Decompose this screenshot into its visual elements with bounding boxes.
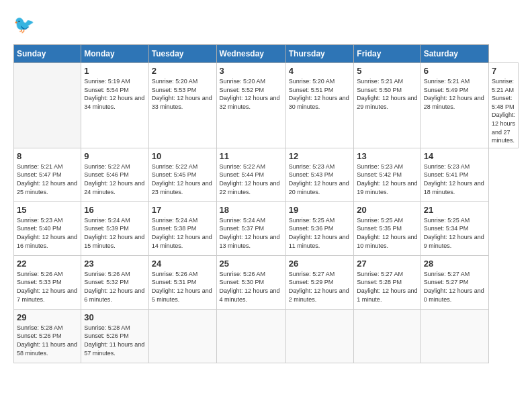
weekday-header-monday: Monday bbox=[81, 45, 149, 63]
day-info: Sunrise: 5:22 AMSunset: 5:45 PMDaylight:… bbox=[152, 163, 214, 196]
weekday-header-friday: Friday bbox=[354, 45, 420, 63]
day-number: 26 bbox=[289, 259, 351, 269]
day-number: 11 bbox=[220, 151, 283, 161]
calendar-cell: 12Sunrise: 5:23 AMSunset: 5:43 PMDayligh… bbox=[285, 148, 354, 201]
calendar-week-0: 1Sunrise: 5:19 AMSunset: 5:54 PMDaylight… bbox=[14, 63, 519, 148]
calendar-cell: 1Sunrise: 5:19 AMSunset: 5:54 PMDaylight… bbox=[81, 63, 149, 148]
weekday-header-saturday: Saturday bbox=[420, 45, 488, 63]
calendar-cell: 23Sunrise: 5:26 AMSunset: 5:32 PMDayligh… bbox=[81, 255, 149, 309]
calendar-week-3: 22Sunrise: 5:26 AMSunset: 5:33 PMDayligh… bbox=[14, 255, 519, 309]
calendar-cell: 11Sunrise: 5:22 AMSunset: 5:44 PMDayligh… bbox=[216, 148, 285, 201]
day-info: Sunrise: 5:23 AMSunset: 5:42 PMDaylight:… bbox=[357, 163, 417, 196]
calendar-cell: 5Sunrise: 5:21 AMSunset: 5:50 PMDaylight… bbox=[354, 63, 420, 148]
day-number: 22 bbox=[17, 259, 78, 269]
calendar-week-1: 8Sunrise: 5:21 AMSunset: 5:47 PMDaylight… bbox=[14, 148, 519, 201]
calendar-cell: 17Sunrise: 5:24 AMSunset: 5:38 PMDayligh… bbox=[148, 201, 216, 255]
day-info: Sunrise: 5:26 AMSunset: 5:31 PMDaylight:… bbox=[152, 270, 214, 304]
day-info: Sunrise: 5:26 AMSunset: 5:33 PMDaylight:… bbox=[17, 270, 78, 304]
calendar-cell: 4Sunrise: 5:20 AMSunset: 5:51 PMDaylight… bbox=[285, 63, 354, 148]
calendar-cell: 24Sunrise: 5:26 AMSunset: 5:31 PMDayligh… bbox=[148, 255, 216, 309]
weekday-row: SundayMondayTuesdayWednesdayThursdayFrid… bbox=[14, 45, 519, 63]
day-info: Sunrise: 5:24 AMSunset: 5:39 PMDaylight:… bbox=[84, 216, 146, 250]
day-info: Sunrise: 5:20 AMSunset: 5:53 PMDaylight:… bbox=[152, 77, 214, 111]
day-info: Sunrise: 5:20 AMSunset: 5:51 PMDaylight:… bbox=[289, 77, 351, 111]
calendar-cell: 13Sunrise: 5:23 AMSunset: 5:42 PMDayligh… bbox=[354, 148, 420, 201]
day-number: 6 bbox=[424, 66, 486, 76]
weekday-header-sunday: Sunday bbox=[14, 45, 81, 63]
day-info: Sunrise: 5:25 AMSunset: 5:34 PMDaylight:… bbox=[424, 216, 486, 250]
calendar-header: SundayMondayTuesdayWednesdayThursdayFrid… bbox=[14, 45, 519, 63]
weekday-header-tuesday: Tuesday bbox=[148, 45, 216, 63]
calendar-cell: 9Sunrise: 5:22 AMSunset: 5:46 PMDaylight… bbox=[81, 148, 149, 201]
calendar-cell bbox=[420, 309, 488, 363]
calendar-cell: 29Sunrise: 5:28 AMSunset: 5:26 PMDayligh… bbox=[14, 309, 81, 363]
day-number: 3 bbox=[220, 66, 283, 76]
calendar-cell: 8Sunrise: 5:21 AMSunset: 5:47 PMDaylight… bbox=[14, 148, 81, 201]
day-number: 20 bbox=[357, 205, 417, 215]
calendar-body: 1Sunrise: 5:19 AMSunset: 5:54 PMDaylight… bbox=[14, 63, 519, 363]
day-number: 13 bbox=[357, 151, 417, 161]
calendar-cell: 21Sunrise: 5:25 AMSunset: 5:34 PMDayligh… bbox=[420, 201, 488, 255]
weekday-header-wednesday: Wednesday bbox=[216, 45, 285, 63]
day-number: 9 bbox=[84, 151, 146, 161]
day-info: Sunrise: 5:22 AMSunset: 5:46 PMDaylight:… bbox=[84, 163, 146, 196]
day-number: 21 bbox=[424, 205, 486, 215]
calendar-cell bbox=[285, 309, 354, 363]
day-info: Sunrise: 5:21 AMSunset: 5:48 PMDaylight:… bbox=[492, 77, 515, 145]
day-info: Sunrise: 5:24 AMSunset: 5:37 PMDaylight:… bbox=[220, 216, 283, 250]
calendar-cell: 30Sunrise: 5:28 AMSunset: 5:26 PMDayligh… bbox=[81, 309, 149, 363]
calendar-cell: 18Sunrise: 5:24 AMSunset: 5:37 PMDayligh… bbox=[216, 201, 285, 255]
day-info: Sunrise: 5:25 AMSunset: 5:36 PMDaylight:… bbox=[289, 216, 351, 250]
day-info: Sunrise: 5:21 AMSunset: 5:49 PMDaylight:… bbox=[424, 77, 486, 111]
calendar-cell-empty bbox=[14, 63, 81, 148]
calendar-cell: 10Sunrise: 5:22 AMSunset: 5:45 PMDayligh… bbox=[148, 148, 216, 201]
day-info: Sunrise: 5:25 AMSunset: 5:35 PMDaylight:… bbox=[357, 216, 417, 250]
day-info: Sunrise: 5:20 AMSunset: 5:52 PMDaylight:… bbox=[220, 77, 283, 111]
calendar-week-2: 15Sunrise: 5:23 AMSunset: 5:40 PMDayligh… bbox=[14, 201, 519, 255]
calendar-cell: 3Sunrise: 5:20 AMSunset: 5:52 PMDaylight… bbox=[216, 63, 285, 148]
day-number: 25 bbox=[220, 259, 283, 269]
header: 🐦 bbox=[13, 13, 519, 38]
day-number: 2 bbox=[152, 66, 214, 76]
calendar-cell: 22Sunrise: 5:26 AMSunset: 5:33 PMDayligh… bbox=[14, 255, 81, 309]
day-number: 18 bbox=[220, 205, 283, 215]
day-info: Sunrise: 5:27 AMSunset: 5:29 PMDaylight:… bbox=[289, 270, 351, 304]
svg-text:🐦: 🐦 bbox=[13, 14, 35, 35]
calendar-cell: 27Sunrise: 5:27 AMSunset: 5:28 PMDayligh… bbox=[354, 255, 420, 309]
day-number: 8 bbox=[17, 151, 78, 161]
day-number: 5 bbox=[357, 66, 417, 76]
day-number: 10 bbox=[152, 151, 214, 161]
day-info: Sunrise: 5:21 AMSunset: 5:47 PMDaylight:… bbox=[17, 163, 78, 196]
day-number: 4 bbox=[289, 66, 351, 76]
calendar-cell: 16Sunrise: 5:24 AMSunset: 5:39 PMDayligh… bbox=[81, 201, 149, 255]
day-info: Sunrise: 5:22 AMSunset: 5:44 PMDaylight:… bbox=[220, 163, 283, 196]
day-number: 19 bbox=[289, 205, 351, 215]
day-number: 7 bbox=[492, 66, 515, 76]
day-info: Sunrise: 5:23 AMSunset: 5:43 PMDaylight:… bbox=[289, 163, 351, 196]
calendar-cell: 14Sunrise: 5:23 AMSunset: 5:41 PMDayligh… bbox=[420, 148, 488, 201]
day-number: 28 bbox=[424, 259, 486, 269]
day-info: Sunrise: 5:27 AMSunset: 5:28 PMDaylight:… bbox=[357, 270, 417, 304]
day-number: 15 bbox=[17, 205, 78, 215]
day-number: 29 bbox=[17, 312, 78, 322]
calendar-cell: 7Sunrise: 5:21 AMSunset: 5:48 PMDaylight… bbox=[488, 63, 518, 148]
day-info: Sunrise: 5:23 AMSunset: 5:41 PMDaylight:… bbox=[424, 163, 486, 196]
day-info: Sunrise: 5:24 AMSunset: 5:38 PMDaylight:… bbox=[152, 216, 214, 250]
day-info: Sunrise: 5:28 AMSunset: 5:26 PMDaylight:… bbox=[84, 324, 146, 357]
calendar-cell: 15Sunrise: 5:23 AMSunset: 5:40 PMDayligh… bbox=[14, 201, 81, 255]
calendar-cell bbox=[354, 309, 420, 363]
day-info: Sunrise: 5:27 AMSunset: 5:27 PMDaylight:… bbox=[424, 270, 486, 304]
day-info: Sunrise: 5:23 AMSunset: 5:40 PMDaylight:… bbox=[17, 216, 78, 250]
day-number: 14 bbox=[424, 151, 486, 161]
weekday-header-thursday: Thursday bbox=[285, 45, 354, 63]
calendar-cell: 2Sunrise: 5:20 AMSunset: 5:53 PMDaylight… bbox=[148, 63, 216, 148]
day-info: Sunrise: 5:21 AMSunset: 5:50 PMDaylight:… bbox=[357, 77, 417, 111]
day-info: Sunrise: 5:26 AMSunset: 5:30 PMDaylight:… bbox=[220, 270, 283, 304]
day-number: 27 bbox=[357, 259, 417, 269]
day-number: 17 bbox=[152, 205, 214, 215]
logo-icon: 🐦 bbox=[13, 13, 38, 38]
calendar-cell: 20Sunrise: 5:25 AMSunset: 5:35 PMDayligh… bbox=[354, 201, 420, 255]
day-number: 12 bbox=[289, 151, 351, 161]
day-number: 16 bbox=[84, 205, 146, 215]
calendar-cell: 19Sunrise: 5:25 AMSunset: 5:36 PMDayligh… bbox=[285, 201, 354, 255]
